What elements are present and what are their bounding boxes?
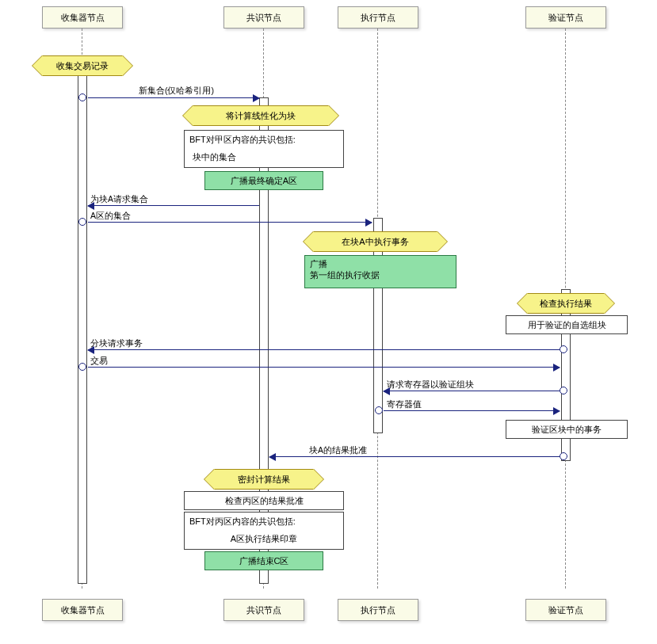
note-broadcast-l2: 第一组的执行收据 [310,269,451,280]
msg-approve-a: 块A的结果批准 [309,445,367,456]
note-bft-c-line1: BFT对丙区内容的共识包括: [189,516,338,527]
note-bft-a-line1: BFT对甲区内容的共识包括: [189,134,338,145]
participant-footer-collector: 收集器节点 [42,599,123,621]
msg-set-a: A区的集合 [90,211,131,222]
msg-req-tx-chunk: 分块请求事务 [90,338,143,349]
participant-footer-consensus: 共识节点 [223,599,304,621]
arrow-new-set [88,97,259,98]
note-broadcast-c: 广播结束C区 [204,551,323,570]
note-self-select: 用于验证的自选组块 [506,315,628,334]
note-verify-tx: 验证区块中的事务 [506,420,628,439]
msg-new-set: 新集合(仅哈希引用) [139,86,214,97]
activity-seal-result: 密封计算结果 [214,469,314,490]
participant-header-consensus: 共识节点 [223,6,304,29]
note-check-c: 检查丙区的结果批准 [184,491,344,510]
msg-req-set-a: 为块A请求集合 [90,194,148,205]
participant-header-collector: 收集器节点 [42,6,123,29]
participant-footer-execution: 执行节点 [338,599,418,621]
note-broadcast-l1: 广播 [310,258,451,269]
msg-tx: 交易 [90,356,108,367]
activity-exec-in-a: 在块A中执行事务 [313,231,437,252]
note-bft-c-line2: A区执行结果印章 [189,533,338,544]
arrow-req-tx-chunk [88,349,560,350]
note-bft-a: BFT对甲区内容的共识包括: 块中的集合 [184,130,344,168]
activity-check-exec: 检查执行结果 [527,293,605,314]
arrow-approve-a [269,456,560,457]
arrow-req-set-a [88,205,259,206]
participant-header-execution: 执行节点 [338,6,418,29]
activity-collect-tx: 收集交易记录 [42,55,123,76]
note-broadcast-receipt: 广播 第一组的执行收据 [304,255,456,288]
arrow-req-reg [384,391,560,391]
note-bft-a-line2: 块中的集合 [189,151,338,162]
msg-req-reg: 请求寄存器以验证组块 [387,379,474,391]
participant-footer-verify: 验证节点 [525,599,606,621]
note-bft-c: BFT对丙区内容的共识包括: A区执行结果印章 [184,512,344,550]
note-broadcast-a: 广播最终确定A区 [204,171,323,190]
sequence-diagram: 收集器节点 共识节点 执行节点 验证节点 收集交易记录 新集合(仅哈希引用) 将… [0,0,657,644]
msg-reg-val: 寄存器值 [387,399,422,410]
arrow-tx [88,367,560,368]
activity-linearize: 将计算线性化为块 [193,105,329,126]
arrow-reg-val [384,410,560,411]
participant-header-verify: 验证节点 [525,6,606,29]
arrow-set-a [88,222,372,223]
activation-collector [78,75,87,584]
